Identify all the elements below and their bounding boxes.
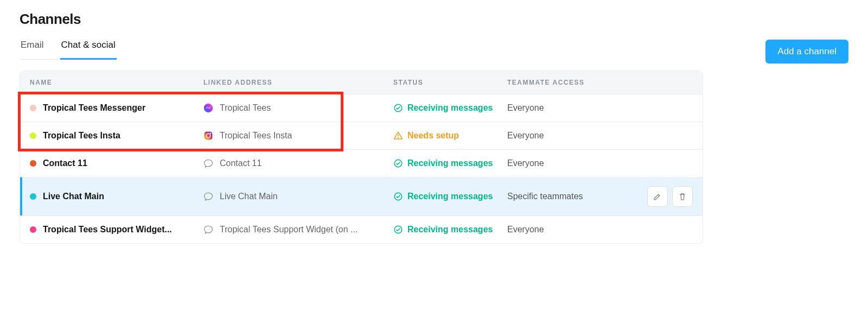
- warning-icon: [393, 131, 403, 141]
- table-row[interactable]: Tropical Tees MessengerTropical TeesRece…: [20, 94, 703, 122]
- status-text: Receiving messages: [407, 225, 493, 234]
- status-text: Needs setup: [407, 131, 459, 141]
- check-circle-icon: [393, 158, 403, 168]
- linked-address: Live Chat Main: [220, 192, 278, 201]
- svg-point-7: [394, 160, 402, 167]
- svg-point-4: [210, 133, 211, 134]
- channel-name: Live Chat Main: [43, 192, 104, 201]
- col-header-name: NAME: [30, 79, 203, 86]
- svg-point-8: [394, 193, 402, 200]
- tabs: Email Chat & social: [20, 35, 117, 60]
- linked-address: Contact 11: [220, 158, 261, 168]
- linked-address: Tropical Tees: [220, 103, 271, 113]
- tab-chat-social[interactable]: Chat & social: [60, 35, 117, 60]
- channel-color-dot: [30, 132, 36, 139]
- channels-table: NAME LINKED ADDRESS STATUS TEAMMATE ACCE…: [20, 71, 703, 244]
- delete-button[interactable]: [672, 186, 693, 207]
- table-header: NAME LINKED ADDRESS STATUS TEAMMATE ACCE…: [20, 71, 703, 94]
- channel-name: Tropical Tees Messenger: [43, 103, 145, 113]
- check-circle-icon: [393, 192, 403, 201]
- table-row[interactable]: Live Chat MainLive Chat MainReceiving me…: [20, 177, 703, 215]
- chat-icon: [203, 225, 213, 234]
- svg-point-6: [398, 137, 399, 138]
- tab-email[interactable]: Email: [20, 35, 45, 60]
- status-text: Receiving messages: [407, 192, 493, 201]
- edit-button[interactable]: [647, 186, 668, 207]
- teammate-access: Everyone: [507, 103, 639, 113]
- col-header-status: STATUS: [393, 79, 507, 86]
- col-header-linked: LINKED ADDRESS: [203, 79, 393, 86]
- linked-address: Tropical Tees Insta: [220, 131, 292, 141]
- channel-name: Tropical Tees Support Widget...: [43, 225, 172, 234]
- channel-name: Contact 11: [43, 158, 87, 168]
- status-text: Receiving messages: [407, 103, 493, 113]
- edit-icon: [653, 192, 662, 201]
- channel-color-dot: [30, 105, 36, 111]
- page-title: Channels: [20, 11, 117, 28]
- teammate-access: Everyone: [507, 158, 639, 168]
- svg-point-9: [394, 226, 402, 233]
- check-circle-icon: [393, 225, 403, 234]
- messenger-icon: [203, 103, 213, 113]
- channel-color-dot: [30, 226, 36, 233]
- channel-color-dot: [30, 193, 36, 200]
- col-header-access: TEAMMATE ACCESS: [507, 79, 693, 86]
- table-row[interactable]: Contact 11Contact 11Receiving messagesEv…: [20, 149, 703, 177]
- channel-color-dot: [30, 160, 36, 167]
- teammate-access: Specific teammates: [507, 192, 639, 201]
- table-row[interactable]: Tropical Tees InstaTropical Tees InstaNe…: [20, 122, 703, 149]
- check-circle-icon: [393, 103, 403, 113]
- table-row[interactable]: Tropical Tees Support Widget...Tropical …: [20, 215, 703, 243]
- add-channel-button[interactable]: Add a channel: [765, 40, 848, 64]
- svg-rect-2: [205, 132, 213, 140]
- chat-icon: [203, 158, 213, 168]
- status-text: Receiving messages: [407, 158, 493, 168]
- teammate-access: Everyone: [507, 131, 639, 141]
- chat-icon: [203, 192, 213, 201]
- channel-name: Tropical Tees Insta: [43, 131, 120, 141]
- instagram-icon: [203, 131, 213, 141]
- teammate-access: Everyone: [507, 225, 639, 234]
- svg-point-1: [394, 104, 402, 112]
- linked-address: Tropical Tees Support Widget (on ...: [220, 225, 358, 234]
- delete-icon: [678, 192, 687, 201]
